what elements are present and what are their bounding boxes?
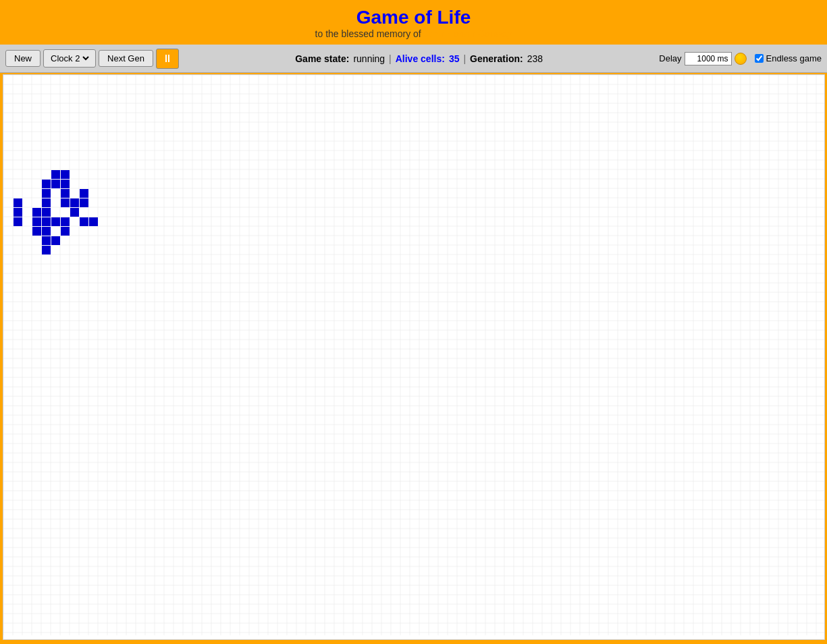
grid-container[interactable] xyxy=(3,74,825,640)
game-state-value: running xyxy=(353,53,385,64)
clock-select-input[interactable]: Clock 1Clock 2Clock 3Clock 4 xyxy=(48,53,91,64)
endless-checkbox[interactable] xyxy=(755,54,764,63)
title-part1: Game of xyxy=(356,7,437,28)
delay-knob[interactable] xyxy=(735,53,747,65)
endless-label: Endless game xyxy=(766,53,822,63)
delay-input[interactable] xyxy=(685,52,732,65)
clock-dropdown[interactable]: Clock 1Clock 2Clock 3Clock 4 xyxy=(43,49,96,68)
toolbar: New Clock 1Clock 2Clock 3Clock 4 Next Ge… xyxy=(0,43,827,73)
title-part2: Life xyxy=(437,7,471,28)
new-button[interactable]: New xyxy=(5,50,41,67)
pause-button[interactable]: ⏸ xyxy=(156,49,179,69)
game-canvas[interactable] xyxy=(3,75,825,635)
next-gen-button[interactable]: Next Gen xyxy=(99,50,153,67)
generation-label: Generation: xyxy=(470,53,523,64)
alive-cells-value: 35 xyxy=(449,53,460,64)
game-state-label: Game state: xyxy=(295,53,349,64)
delay-area: Delay xyxy=(659,52,746,65)
subtitle: to the blessed memory of John Horton Con… xyxy=(0,28,827,39)
conway-link[interactable]: John Horton Conway xyxy=(424,28,512,39)
alive-cells-label: Alive cells: xyxy=(396,53,445,64)
generation-value: 238 xyxy=(527,53,543,64)
page-header: Game of Life to the blessed memory of Jo… xyxy=(0,0,827,43)
delay-label: Delay xyxy=(659,53,681,63)
endless-area: Endless game xyxy=(755,53,822,63)
status-area: Game state: running | Alive cells: 35 | … xyxy=(182,53,656,64)
page-title: Game of Life xyxy=(0,7,827,28)
